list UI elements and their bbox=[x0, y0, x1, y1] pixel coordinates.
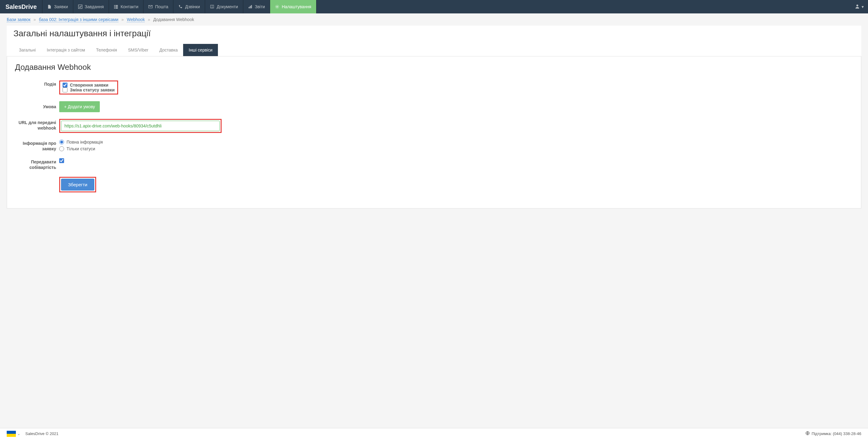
page-title: Загальні налаштування і інтеграції bbox=[7, 26, 861, 44]
svg-rect-10 bbox=[251, 5, 252, 8]
brand-logo: SalesDrive bbox=[0, 0, 42, 13]
panel-title: Додавання Webhook bbox=[15, 63, 853, 72]
chart-icon bbox=[248, 5, 252, 9]
settings-tabs: Загальні Інтеграція з сайтом Телефонія S… bbox=[7, 44, 861, 56]
nav-mail[interactable]: Пошта bbox=[144, 0, 173, 13]
webhook-panel: Додавання Webhook Подія Створення заявки… bbox=[7, 56, 861, 208]
url-label: URL для передачі webhook bbox=[15, 119, 59, 131]
top-navbar: SalesDrive Заявки Завдання Контакти Пошт… bbox=[0, 0, 868, 13]
event-create-label: Створення заявки bbox=[70, 82, 108, 88]
nav-calls[interactable]: Дзвінки bbox=[173, 0, 205, 13]
phone-icon bbox=[178, 5, 183, 9]
breadcrumb-link[interactable]: база 002: Інтеграція з іншими сервісами bbox=[39, 17, 118, 22]
svg-rect-2 bbox=[114, 6, 115, 7]
svg-rect-4 bbox=[115, 5, 118, 6]
info-status-label: Тільки статуси bbox=[66, 146, 95, 151]
nav-reports[interactable]: Звіти bbox=[243, 0, 270, 13]
breadcrumb-link[interactable]: Бази заявок bbox=[7, 17, 31, 22]
nav-requests[interactable]: Заявки bbox=[42, 0, 73, 13]
svg-rect-8 bbox=[249, 7, 250, 8]
nav-contacts[interactable]: Контакти bbox=[109, 0, 144, 13]
nav-tasks[interactable]: Завдання bbox=[73, 0, 109, 13]
info-full-radio[interactable] bbox=[59, 140, 64, 144]
breadcrumb-link[interactable]: Webhook bbox=[127, 17, 145, 22]
nav-documents[interactable]: Документи bbox=[205, 0, 243, 13]
svg-rect-3 bbox=[114, 8, 115, 9]
nav-label: Пошта bbox=[155, 4, 168, 9]
event-highlight: Створення заявки Зміна статусу заявки bbox=[59, 80, 118, 95]
cost-label: Передавати собівартість bbox=[15, 158, 59, 170]
book-icon bbox=[210, 5, 214, 9]
tab-other-services[interactable]: Інші сервіси bbox=[183, 44, 218, 56]
tab-delivery[interactable]: Доставка bbox=[154, 44, 183, 56]
nav-label: Заявки bbox=[54, 4, 68, 9]
nav-label: Дзвінки bbox=[185, 4, 200, 9]
svg-rect-1 bbox=[114, 5, 115, 6]
svg-rect-9 bbox=[250, 6, 251, 8]
svg-point-11 bbox=[277, 6, 278, 7]
save-button[interactable]: Зберегти bbox=[61, 179, 94, 191]
nav-settings[interactable]: Налаштування bbox=[270, 0, 316, 13]
nav-label: Звіти bbox=[255, 4, 265, 9]
check-icon bbox=[78, 5, 83, 9]
info-label: Інформація про заявку bbox=[15, 140, 59, 151]
tab-sms-viber[interactable]: SMS/Viber bbox=[122, 44, 154, 56]
svg-rect-5 bbox=[115, 6, 118, 7]
event-status-checkbox[interactable] bbox=[63, 88, 67, 92]
url-highlight bbox=[59, 119, 222, 133]
nav-label: Контакти bbox=[121, 4, 138, 9]
file-icon bbox=[47, 5, 52, 9]
breadcrumb-current: Додавання Webhook bbox=[153, 17, 194, 22]
tab-telephony[interactable]: Телефонія bbox=[91, 44, 123, 56]
gear-icon bbox=[275, 5, 279, 9]
tab-site-integration[interactable]: Інтеграція з сайтом bbox=[41, 44, 91, 56]
nav-label: Налаштування bbox=[282, 4, 311, 9]
condition-label: Умова bbox=[15, 101, 59, 110]
info-full-label: Повна інформація bbox=[66, 140, 103, 144]
nav-label: Документи bbox=[217, 4, 238, 9]
info-status-radio[interactable] bbox=[59, 146, 64, 151]
event-create-checkbox[interactable] bbox=[63, 82, 67, 88]
svg-rect-0 bbox=[78, 5, 82, 8]
nav-items: Заявки Завдання Контакти Пошта Дзвінки Д… bbox=[42, 0, 316, 13]
user-menu[interactable]: ▾ bbox=[850, 0, 868, 13]
webhook-url-input[interactable] bbox=[61, 121, 220, 131]
add-condition-button[interactable]: + Додати умову bbox=[59, 101, 100, 112]
mail-icon bbox=[148, 5, 153, 9]
breadcrumb: Бази заявок » база 002: Інтеграція з інш… bbox=[0, 13, 868, 26]
svg-point-12 bbox=[857, 5, 858, 6]
svg-rect-6 bbox=[115, 8, 118, 9]
user-icon bbox=[855, 4, 860, 10]
nav-label: Завдання bbox=[85, 4, 104, 9]
chevron-down-icon: ▾ bbox=[862, 4, 864, 9]
event-label: Подія bbox=[15, 80, 59, 87]
event-status-label: Зміна статусу заявки bbox=[70, 88, 115, 92]
list-icon bbox=[114, 5, 118, 9]
cost-checkbox[interactable] bbox=[59, 158, 64, 163]
tab-general[interactable]: Загальні bbox=[13, 44, 41, 56]
save-highlight: Зберегти bbox=[59, 177, 96, 192]
